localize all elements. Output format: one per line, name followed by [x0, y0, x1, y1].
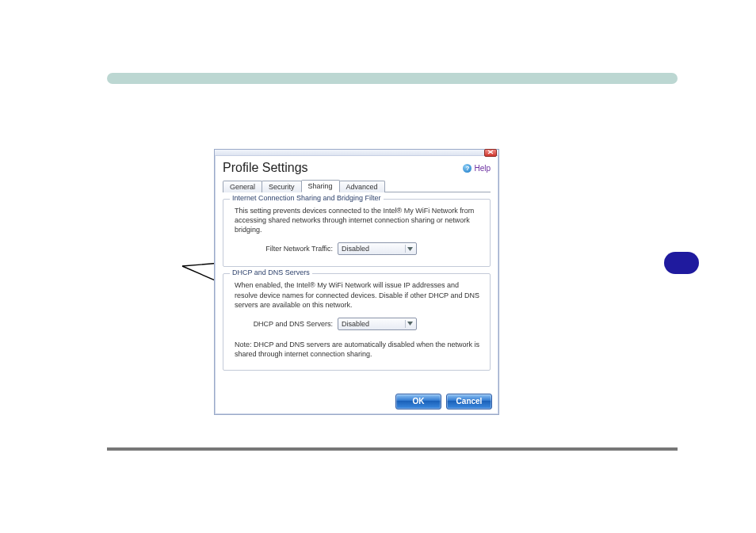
ok-button[interactable]: OK: [395, 394, 441, 409]
dhcp-dns-servers-select[interactable]: Disabled: [338, 318, 417, 330]
tabstrip: General Security Sharing Advanced: [223, 178, 491, 192]
dialog-header-row: Profile Settings ? Help: [223, 161, 491, 175]
page-root: Profile Settings ? Help General Security…: [0, 0, 756, 533]
close-icon: [487, 150, 494, 154]
chevron-down-icon: [405, 320, 414, 328]
dialog-titlebar: [215, 150, 498, 156]
page-side-accent: [664, 252, 699, 274]
chevron-down-icon: [405, 245, 414, 253]
dhcp-dns-servers-label: DHCP and DNS Servers:: [235, 320, 338, 328]
cancel-button[interactable]: Cancel: [446, 394, 492, 409]
group-ics-filter: Internet Connection Sharing and Bridging…: [223, 199, 491, 267]
help-icon: ?: [463, 164, 472, 173]
svg-marker-8: [407, 322, 413, 326]
tab-security[interactable]: Security: [262, 181, 302, 192]
dialog-button-row: OK Cancel: [395, 394, 492, 409]
svg-marker-7: [407, 247, 413, 251]
dhcp-dns-servers-row: DHCP and DNS Servers: Disabled: [235, 318, 482, 330]
help-label: Help: [474, 164, 491, 173]
tab-sharing[interactable]: Sharing: [301, 180, 340, 192]
filter-network-traffic-select[interactable]: Disabled: [338, 242, 417, 255]
tab-general[interactable]: General: [223, 181, 262, 192]
page-header-bar: [107, 73, 678, 84]
tab-advanced[interactable]: Advanced: [339, 181, 385, 192]
dialog-title: Profile Settings: [223, 161, 308, 175]
group-dhcp-dns-title: DHCP and DNS Servers: [230, 268, 312, 276]
dhcp-dns-note: Note: DHCP and DNS servers are automatic…: [235, 340, 482, 359]
filter-network-traffic-value: Disabled: [342, 245, 369, 253]
group-dhcp-dns: DHCP and DNS Servers When enabled, the I…: [223, 273, 491, 371]
filter-network-traffic-label: Filter Network Traffic:: [235, 245, 338, 253]
page-footer-rule: [107, 447, 678, 451]
help-link[interactable]: ? Help: [463, 164, 491, 173]
dialog-body: Profile Settings ? Help General Security…: [215, 156, 498, 414]
profile-settings-dialog: Profile Settings ? Help General Security…: [214, 149, 499, 415]
group-ics-filter-desc: This setting prevents devices connected …: [235, 206, 482, 234]
dhcp-dns-servers-value: Disabled: [342, 320, 369, 328]
filter-network-traffic-row: Filter Network Traffic: Disabled: [235, 242, 482, 255]
group-dhcp-dns-desc: When enabled, the Intel® My WiFi Network…: [235, 280, 482, 309]
group-ics-filter-title: Internet Connection Sharing and Bridging…: [230, 194, 384, 202]
